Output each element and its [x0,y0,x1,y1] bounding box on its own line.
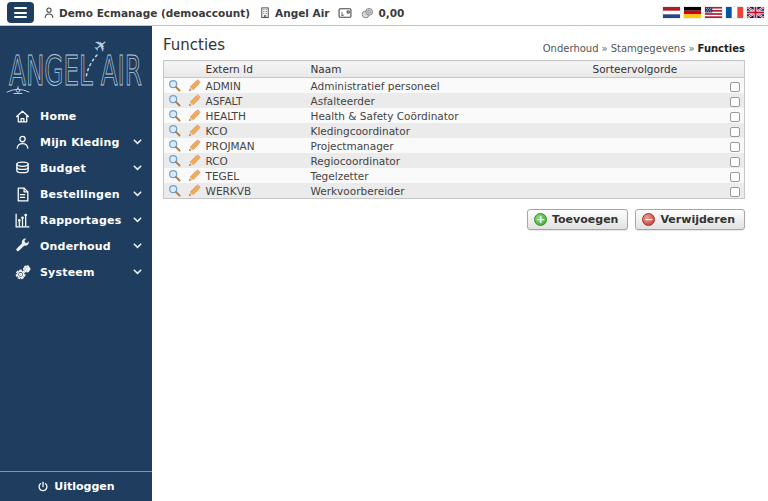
row-view-button[interactable] [168,94,181,107]
sidebar-item-label: Systeem [40,266,95,279]
table-row: RCORegiocoordinator [164,153,745,168]
cell-sorteervolgorde [589,168,719,183]
breadcrumb-item-stamgegevens[interactable]: Stamgegevens [611,43,686,54]
row-checkbox[interactable] [730,112,740,122]
chevron-down-icon [133,217,142,223]
balance: 0,00 [361,7,404,19]
sidebar-item-label: Mijn Kleding [40,136,120,149]
row-edit-button[interactable] [188,124,201,137]
table-row: ASFALTAsfalteerder [164,93,745,108]
logout-label: Uitloggen [54,480,114,493]
row-edit-button[interactable] [188,184,201,197]
button-label: Toevoegen [552,213,618,226]
table-row: KCOKledingcoordinator [164,123,745,138]
cell-sorteervolgorde [589,153,719,168]
row-edit-button[interactable] [188,139,201,152]
chevron-down-icon [133,191,142,197]
row-view-button[interactable] [168,154,181,167]
flag-united-kingdom-icon[interactable] [747,7,764,18]
main-content: Functies Onderhoud»Stamgegevens»Functies… [152,26,768,501]
chevron-down-icon [133,269,142,275]
verwijderen-button[interactable]: −Verwijderen [635,209,745,230]
terminal-icon[interactable] [338,7,352,19]
row-checkbox[interactable] [730,97,740,107]
sidebar-item-label: Rapportages [40,214,121,227]
user-info[interactable]: Demo Ecmanage (demoaccount) [43,6,250,19]
minus-icon: − [642,213,655,226]
sidebar-item-label: Bestellingen [40,188,120,201]
svg-text:ANGEL AIR: ANGEL AIR [9,48,142,94]
cell-sorteervolgorde [589,123,719,138]
breadcrumb-item-onderhoud[interactable]: Onderhoud [543,43,599,54]
sidebar-item-budget[interactable]: Budget [0,155,152,181]
header-extern-id: Extern Id [202,61,307,78]
breadcrumb-separator: » [602,43,608,54]
flag-france-icon[interactable] [726,7,743,18]
sidebar-item-systeem[interactable]: Systeem [0,259,152,285]
gears-icon [13,264,31,281]
flag-netherlands-icon[interactable] [663,7,680,18]
plus-icon: + [534,213,547,226]
chevron-down-icon [133,243,142,249]
user-icon [13,134,31,151]
language-flags [663,7,768,18]
table-row: HEALTHHealth & Safety Coördinator [164,108,745,123]
cell-sorteervolgorde [589,78,719,94]
sidebar-item-mijn-kleding[interactable]: Mijn Kleding [0,129,152,155]
sidebar-item-label: Onderhoud [40,240,111,253]
row-checkbox[interactable] [730,172,740,182]
breadcrumb: Onderhoud»Stamgegevens»Functies [543,43,745,54]
chevron-down-icon [133,165,142,171]
button-label: Verwijderen [660,213,735,226]
sidebar-item-bestellingen[interactable]: Bestellingen [0,181,152,207]
table-row: WERKVBWerkvoorbereider [164,183,745,199]
sidebar: ANGEL AIR ✈ HomeMijn KledingBudgetBestel… [0,26,152,501]
menu-toggle-button[interactable] [7,2,34,23]
toevoegen-button[interactable]: +Toevoegen [527,209,628,230]
row-view-button[interactable] [168,184,181,197]
row-checkbox[interactable] [730,82,740,92]
table-row: PROJMANProjectmanager [164,138,745,153]
user-label: Demo Ecmanage (demoaccount) [59,7,250,19]
cell-extern-id: RCO [202,153,307,168]
row-view-button[interactable] [168,109,181,122]
flag-usa-icon[interactable] [705,7,722,18]
sidebar-item-home[interactable]: Home [0,103,152,129]
header-checkbox-column [719,61,745,78]
row-view-button[interactable] [168,139,181,152]
company-label: Angel Air [275,7,329,19]
company-info[interactable]: Angel Air [259,6,329,19]
row-view-button[interactable] [168,169,181,182]
row-checkbox[interactable] [730,187,740,197]
cell-sorteervolgorde [589,138,719,153]
row-edit-button[interactable] [188,94,201,107]
flag-germany-icon[interactable] [684,7,701,18]
cell-naam: Health & Safety Coördinator [307,108,589,123]
row-checkbox[interactable] [730,142,740,152]
row-checkbox[interactable] [730,127,740,137]
row-edit-button[interactable] [188,154,201,167]
cell-sorteervolgorde [589,108,719,123]
sidebar-item-rapportages[interactable]: Rapportages [0,207,152,233]
logout-button[interactable]: Uitloggen [0,471,152,501]
functies-table: Extern Id Naam Sorteervolgorde ADMINAdmi… [163,60,745,199]
cell-naam: Werkvoorbereider [307,183,589,199]
row-view-button[interactable] [168,79,181,92]
row-edit-button[interactable] [188,79,201,92]
row-checkbox[interactable] [730,157,740,167]
sidebar-nav: HomeMijn KledingBudgetBestellingenRappor… [0,103,152,285]
cell-naam: Tegelzetter [307,168,589,183]
row-edit-button[interactable] [188,169,201,182]
row-view-button[interactable] [168,124,181,137]
document-icon [13,186,31,203]
page-title: Functies [163,36,225,54]
sidebar-item-onderhoud[interactable]: Onderhoud [0,233,152,259]
coins-icon [361,7,374,19]
cell-extern-id: PROJMAN [202,138,307,153]
table-actions: +Toevoegen−Verwijderen [163,209,745,230]
cell-extern-id: TEGEL [202,168,307,183]
row-edit-button[interactable] [188,109,201,122]
cell-sorteervolgorde [589,183,719,199]
cell-extern-id: HEALTH [202,108,307,123]
cell-extern-id: WERKVB [202,183,307,199]
